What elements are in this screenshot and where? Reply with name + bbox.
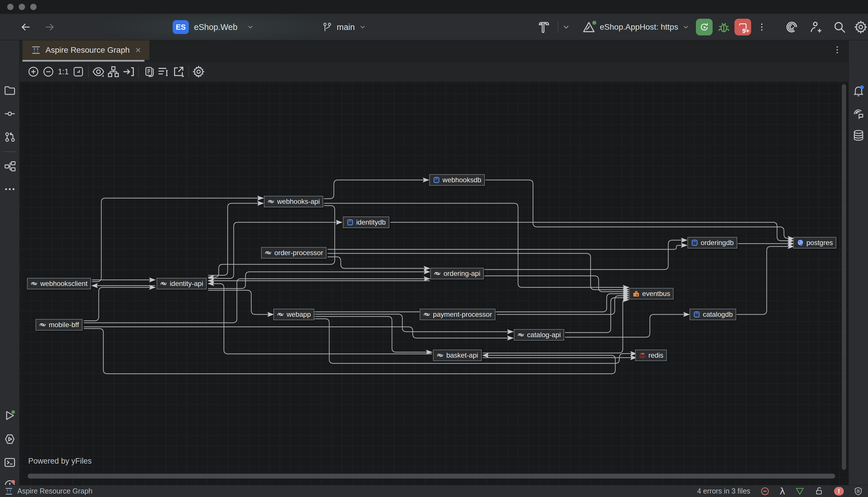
graph-node-identitydb[interactable]: identitydb: [343, 216, 389, 228]
sidebar-item-endpoints[interactable]: [852, 107, 865, 119]
graph-node-webhooksclient[interactable]: webhooksclient: [27, 278, 91, 289]
graph-node-identity-api[interactable]: identity-api: [157, 278, 207, 289]
search-everywhere-button[interactable]: [832, 14, 847, 40]
jump-to-source-button[interactable]: [121, 64, 136, 79]
edge-mobile-bff-to-catalog-api[interactable]: [84, 327, 513, 338]
inspections-icon[interactable]: [795, 486, 805, 496]
kebab-menu-icon: [832, 45, 842, 55]
edge-webhooks-api-to-identity-api[interactable]: [208, 205, 335, 277]
graph-node-ordering-api[interactable]: ordering-api: [430, 268, 484, 279]
export-button[interactable]: [171, 64, 186, 79]
layout-button[interactable]: [106, 64, 121, 79]
error-summary[interactable]: 4 errors in 3 files: [697, 487, 750, 495]
vertical-scrollbar[interactable]: [842, 84, 846, 470]
project-selector[interactable]: ES eShop.Web: [173, 14, 254, 40]
graph-edges: [19, 82, 849, 485]
database-icon: [693, 311, 701, 318]
zoom-out-button[interactable]: [41, 64, 56, 79]
traffic-light-close-icon[interactable]: [7, 4, 14, 10]
more-run-actions-button[interactable]: [757, 14, 767, 40]
sidebar-item-project-folder[interactable]: [3, 84, 16, 97]
lock-open-icon[interactable]: [814, 486, 824, 496]
actual-size-button[interactable]: 1:1: [56, 64, 71, 79]
graph-node-postgres[interactable]: postgres: [793, 237, 836, 248]
forward-button[interactable]: [43, 14, 56, 40]
tab-options-button[interactable]: [832, 45, 842, 56]
sidebar-item-structure[interactable]: [3, 160, 16, 172]
stop-button[interactable]: 9+: [734, 14, 751, 40]
node-label: catalogdb: [703, 310, 733, 318]
preview-button[interactable]: [91, 64, 106, 79]
graph-node-catalog-api[interactable]: catalog-api: [514, 329, 564, 341]
project-icon: [264, 249, 272, 257]
branch-selector[interactable]: main: [322, 14, 366, 40]
build-button[interactable]: [538, 14, 551, 40]
close-icon[interactable]: [134, 46, 142, 54]
graph-node-mobile-bff[interactable]: mobile-bff: [36, 319, 83, 330]
edge-ordering-api-to-orderingdb[interactable]: [484, 240, 687, 270]
graph-node-eventbus[interactable]: eventbus: [629, 288, 674, 299]
build-options-button[interactable]: [562, 14, 570, 40]
edge-webhooksclient-to-webhooks-api[interactable]: [92, 198, 263, 282]
gear-icon: [854, 20, 868, 34]
horizontal-scrollbar[interactable]: [28, 474, 835, 479]
node-label: basket-api: [446, 351, 478, 359]
zoom-in-button[interactable]: [26, 64, 41, 79]
graph-node-webapp[interactable]: webapp: [274, 309, 314, 320]
node-label: order-processor: [274, 249, 323, 257]
sidebar-item-commit[interactable]: [3, 108, 16, 120]
graph-node-orderingdb[interactable]: orderingdb: [688, 237, 737, 248]
left-tool-window-bar: [0, 40, 19, 485]
status-widget-aspire[interactable]: Aspire Resource Graph: [5, 487, 92, 496]
graph-node-payment-processor[interactable]: payment-processor: [420, 309, 495, 320]
graph-node-order-processor[interactable]: order-processor: [261, 247, 326, 259]
traffic-light-zoom-icon[interactable]: [30, 4, 36, 10]
settings-button[interactable]: [854, 14, 868, 40]
run-config-name: eShop.AppHost: https: [600, 23, 678, 32]
code-with-me-button[interactable]: [809, 14, 823, 40]
graph-canvas[interactable]: webhooksdbwebhooks-apiidentitydborder-pr…: [19, 82, 849, 485]
traffic-light-minimize-icon[interactable]: [19, 4, 25, 10]
edge-identity-api-to-webapp[interactable]: [208, 290, 274, 314]
ai-assistant-button[interactable]: [784, 14, 799, 40]
shield-icon[interactable]: [854, 487, 863, 496]
edge-catalogdb-to-postgres[interactable]: [736, 246, 794, 314]
edge-identity-api-to-ordering-api[interactable]: [208, 272, 430, 288]
rerun-button[interactable]: [696, 14, 712, 40]
sidebar-item-pull-requests[interactable]: [3, 130, 16, 143]
edge-webhooksdb-to-postgres[interactable]: [485, 180, 794, 238]
sidebar-item-notifications[interactable]: [852, 84, 865, 97]
graph-node-basket-api[interactable]: basket-api: [433, 350, 482, 361]
sidebar-item-terminal[interactable]: [3, 456, 16, 469]
tab-aspire-resource-graph[interactable]: Aspire Resource Graph: [23, 40, 149, 60]
toolbar-separator: [138, 66, 139, 77]
edge-order-processor-to-ordering-api[interactable]: [327, 257, 430, 268]
edge-catalog-api-to-catalogdb[interactable]: [565, 314, 689, 337]
database-icon: [347, 218, 354, 226]
graph-settings-button[interactable]: [191, 64, 206, 79]
run-config-selector[interactable]: eShop.AppHost: https: [582, 14, 690, 40]
edge-mobile-bff-to-identity-api[interactable]: [84, 287, 155, 321]
edge-ordering-api-to-eventbus[interactable]: [484, 276, 629, 292]
debug-button[interactable]: [717, 14, 731, 40]
graph-node-catalogdb[interactable]: catalogdb: [690, 309, 736, 320]
graph-node-webhooks-api[interactable]: webhooks-api: [264, 196, 323, 207]
copy-diagram-button[interactable]: [141, 64, 156, 79]
project-icon: [517, 331, 525, 339]
edge-order-processor-to-orderingdb[interactable]: [327, 245, 687, 250]
back-button[interactable]: [19, 14, 32, 40]
highlight-level-icon[interactable]: [760, 486, 770, 496]
sidebar-item-more[interactable]: [3, 183, 16, 196]
sidebar-item-database[interactable]: [852, 129, 865, 142]
edge-webhooks-api-to-webhooksdb[interactable]: [324, 180, 429, 199]
lambda-indicator-icon[interactable]: λ: [780, 486, 785, 497]
edge-webapp-to-basket-api[interactable]: [314, 316, 432, 352]
edge-catalog-api-to-eventbus[interactable]: [565, 298, 629, 332]
error-badge-icon[interactable]: !: [834, 487, 844, 496]
graph-node-webhooksdb[interactable]: webhooksdb: [429, 174, 485, 186]
sidebar-item-services[interactable]: [3, 433, 16, 445]
fit-content-button[interactable]: [71, 64, 86, 79]
select-elements-button[interactable]: [156, 64, 171, 79]
graph-node-redis[interactable]: redis: [635, 350, 667, 361]
sidebar-item-run[interactable]: [3, 409, 16, 422]
